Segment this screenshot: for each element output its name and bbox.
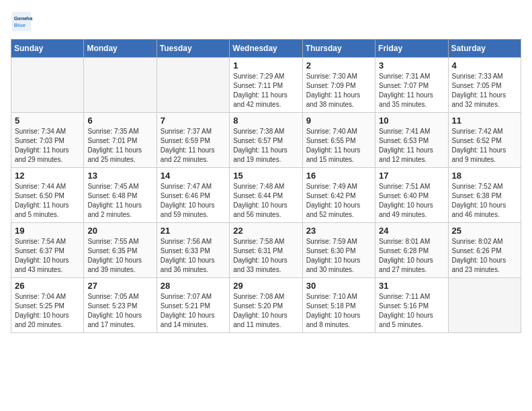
- day-info: Sunrise: 7:07 AM Sunset: 5:21 PM Dayligh…: [161, 292, 226, 330]
- day-number: 4: [452, 60, 517, 71]
- day-info: Sunrise: 7:11 AM Sunset: 5:16 PM Dayligh…: [379, 292, 444, 330]
- calendar-cell: 19Sunrise: 7:54 AM Sunset: 6:37 PM Dayli…: [11, 223, 84, 278]
- calendar-cell: 1Sunrise: 7:29 AM Sunset: 7:11 PM Daylig…: [230, 58, 302, 113]
- calendar-week-row: 26Sunrise: 7:04 AM Sunset: 5:25 PM Dayli…: [11, 278, 521, 333]
- day-number: 31: [379, 281, 444, 291]
- day-number: 20: [87, 226, 152, 236]
- calendar-cell: 8Sunrise: 7:38 AM Sunset: 6:57 PM Daylig…: [230, 113, 302, 168]
- day-info: Sunrise: 7:29 AM Sunset: 7:11 PM Dayligh…: [233, 72, 298, 109]
- calendar-cell: 21Sunrise: 7:56 AM Sunset: 6:33 PM Dayli…: [157, 223, 229, 278]
- day-info: Sunrise: 7:58 AM Sunset: 6:31 PM Dayligh…: [233, 237, 298, 275]
- day-number: 30: [306, 281, 371, 291]
- day-number: 10: [379, 116, 444, 126]
- day-number: 17: [379, 171, 444, 181]
- calendar-cell: 27Sunrise: 7:05 AM Sunset: 5:23 PM Dayli…: [84, 278, 157, 333]
- day-number: 25: [452, 226, 517, 236]
- calendar-cell: 5Sunrise: 7:34 AM Sunset: 7:03 PM Daylig…: [11, 113, 84, 168]
- day-number: 21: [161, 226, 226, 236]
- day-info: Sunrise: 7:10 AM Sunset: 5:18 PM Dayligh…: [306, 292, 371, 330]
- day-info: Sunrise: 7:38 AM Sunset: 6:57 PM Dayligh…: [233, 127, 298, 165]
- calendar-cell: 30Sunrise: 7:10 AM Sunset: 5:18 PM Dayli…: [302, 278, 375, 333]
- weekday-header: Sunday: [11, 40, 84, 58]
- calendar-cell: 23Sunrise: 7:59 AM Sunset: 6:30 PM Dayli…: [302, 223, 375, 278]
- calendar-cell: 17Sunrise: 7:51 AM Sunset: 6:40 PM Dayli…: [375, 168, 448, 223]
- day-number: 3: [379, 60, 444, 71]
- calendar-cell: 10Sunrise: 7:41 AM Sunset: 6:53 PM Dayli…: [375, 113, 448, 168]
- calendar-cell: 9Sunrise: 7:40 AM Sunset: 6:55 PM Daylig…: [302, 113, 375, 168]
- weekday-header: Tuesday: [157, 40, 229, 58]
- day-number: 8: [233, 116, 298, 126]
- day-number: 11: [452, 116, 517, 126]
- calendar-cell: [11, 58, 84, 113]
- calendar-cell: 24Sunrise: 8:01 AM Sunset: 6:28 PM Dayli…: [375, 223, 448, 278]
- day-info: Sunrise: 7:54 AM Sunset: 6:37 PM Dayligh…: [15, 237, 80, 275]
- weekday-header: Wednesday: [230, 40, 302, 58]
- day-number: 9: [306, 116, 371, 126]
- calendar-cell: 11Sunrise: 7:42 AM Sunset: 6:52 PM Dayli…: [448, 113, 521, 168]
- day-info: Sunrise: 7:40 AM Sunset: 6:55 PM Dayligh…: [306, 127, 371, 165]
- logo-icon: General Blue: [11, 11, 32, 32]
- day-info: Sunrise: 7:34 AM Sunset: 7:03 PM Dayligh…: [15, 127, 80, 165]
- day-number: 29: [233, 281, 298, 291]
- calendar-table: SundayMondayTuesdayWednesdayThursdayFrid…: [11, 39, 521, 333]
- calendar-cell: [84, 58, 157, 113]
- day-info: Sunrise: 7:55 AM Sunset: 6:35 PM Dayligh…: [87, 237, 152, 275]
- day-number: 26: [15, 281, 80, 291]
- day-info: Sunrise: 7:35 AM Sunset: 7:01 PM Dayligh…: [87, 127, 152, 165]
- calendar-cell: [448, 278, 521, 333]
- calendar-week-row: 5Sunrise: 7:34 AM Sunset: 7:03 PM Daylig…: [11, 113, 521, 168]
- logo: General Blue: [11, 11, 35, 32]
- calendar-cell: 25Sunrise: 8:02 AM Sunset: 6:26 PM Dayli…: [448, 223, 521, 278]
- calendar-cell: 28Sunrise: 7:07 AM Sunset: 5:21 PM Dayli…: [157, 278, 229, 333]
- day-number: 2: [306, 60, 371, 71]
- calendar-cell: 3Sunrise: 7:31 AM Sunset: 7:07 PM Daylig…: [375, 58, 448, 113]
- day-number: 19: [15, 226, 80, 236]
- calendar-cell: 13Sunrise: 7:45 AM Sunset: 6:48 PM Dayli…: [84, 168, 157, 223]
- calendar-week-row: 12Sunrise: 7:44 AM Sunset: 6:50 PM Dayli…: [11, 168, 521, 223]
- day-info: Sunrise: 7:37 AM Sunset: 6:59 PM Dayligh…: [161, 127, 226, 165]
- calendar-cell: [157, 58, 229, 113]
- calendar-body: 1Sunrise: 7:29 AM Sunset: 7:11 PM Daylig…: [11, 58, 521, 333]
- day-info: Sunrise: 7:59 AM Sunset: 6:30 PM Dayligh…: [306, 237, 371, 275]
- day-info: Sunrise: 7:04 AM Sunset: 5:25 PM Dayligh…: [15, 292, 80, 330]
- weekday-header: Thursday: [302, 40, 375, 58]
- calendar-cell: 12Sunrise: 7:44 AM Sunset: 6:50 PM Dayli…: [11, 168, 84, 223]
- day-info: Sunrise: 7:47 AM Sunset: 6:46 PM Dayligh…: [161, 182, 226, 220]
- day-info: Sunrise: 7:42 AM Sunset: 6:52 PM Dayligh…: [452, 127, 517, 165]
- day-number: 1: [233, 60, 298, 71]
- day-number: 16: [306, 171, 371, 181]
- calendar-cell: 18Sunrise: 7:52 AM Sunset: 6:38 PM Dayli…: [448, 168, 521, 223]
- calendar-cell: 20Sunrise: 7:55 AM Sunset: 6:35 PM Dayli…: [84, 223, 157, 278]
- day-number: 18: [452, 171, 517, 181]
- day-number: 12: [15, 171, 80, 181]
- day-info: Sunrise: 7:51 AM Sunset: 6:40 PM Dayligh…: [379, 182, 444, 220]
- day-number: 28: [161, 281, 226, 291]
- day-info: Sunrise: 7:49 AM Sunset: 6:42 PM Dayligh…: [306, 182, 371, 220]
- calendar-week-row: 1Sunrise: 7:29 AM Sunset: 7:11 PM Daylig…: [11, 58, 521, 113]
- calendar-cell: 22Sunrise: 7:58 AM Sunset: 6:31 PM Dayli…: [230, 223, 302, 278]
- day-info: Sunrise: 7:08 AM Sunset: 5:20 PM Dayligh…: [233, 292, 298, 330]
- calendar-cell: 7Sunrise: 7:37 AM Sunset: 6:59 PM Daylig…: [157, 113, 229, 168]
- day-number: 7: [161, 116, 226, 126]
- calendar-cell: 16Sunrise: 7:49 AM Sunset: 6:42 PM Dayli…: [302, 168, 375, 223]
- weekday-header: Monday: [84, 40, 157, 58]
- calendar-cell: 6Sunrise: 7:35 AM Sunset: 7:01 PM Daylig…: [84, 113, 157, 168]
- calendar-cell: 15Sunrise: 7:48 AM Sunset: 6:44 PM Dayli…: [230, 168, 302, 223]
- day-info: Sunrise: 7:33 AM Sunset: 7:05 PM Dayligh…: [452, 72, 517, 109]
- day-number: 23: [306, 226, 371, 236]
- day-number: 27: [87, 281, 152, 291]
- day-number: 24: [379, 226, 444, 236]
- calendar-cell: 14Sunrise: 7:47 AM Sunset: 6:46 PM Dayli…: [157, 168, 229, 223]
- day-info: Sunrise: 7:45 AM Sunset: 6:48 PM Dayligh…: [87, 182, 152, 220]
- calendar-cell: 26Sunrise: 7:04 AM Sunset: 5:25 PM Dayli…: [11, 278, 84, 333]
- day-info: Sunrise: 7:30 AM Sunset: 7:09 PM Dayligh…: [306, 72, 371, 109]
- svg-text:General: General: [14, 15, 32, 21]
- day-info: Sunrise: 8:02 AM Sunset: 6:26 PM Dayligh…: [452, 237, 517, 275]
- weekday-header: Friday: [375, 40, 448, 58]
- day-info: Sunrise: 7:48 AM Sunset: 6:44 PM Dayligh…: [233, 182, 298, 220]
- day-number: 13: [87, 171, 152, 181]
- day-number: 5: [15, 116, 80, 126]
- calendar-week-row: 19Sunrise: 7:54 AM Sunset: 6:37 PM Dayli…: [11, 223, 521, 278]
- day-info: Sunrise: 7:31 AM Sunset: 7:07 PM Dayligh…: [379, 72, 444, 109]
- day-number: 22: [233, 226, 298, 236]
